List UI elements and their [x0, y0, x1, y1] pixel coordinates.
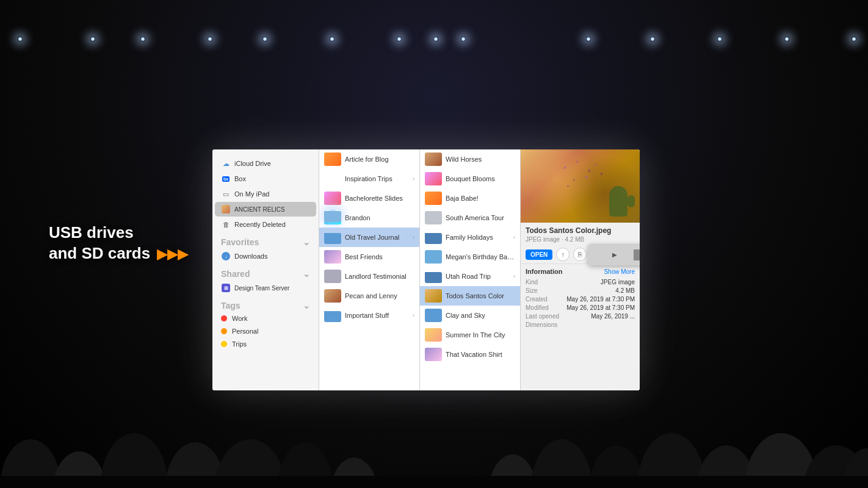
sidebar-item-on-my-ipad[interactable]: ▭ On My iPad — [215, 187, 316, 201]
annotation-line2: and SD cards ▶▶▶ — [49, 243, 188, 264]
usb-annotation: USB drives and SD cards ▶▶▶ — [49, 223, 188, 264]
file-thumbnail — [425, 250, 442, 264]
tags-section-label: Tags ⌄ — [212, 296, 319, 312]
file-thumbnail — [324, 152, 341, 166]
file-thumbnail — [324, 250, 341, 264]
audience-area — [0, 366, 868, 488]
preview-filename: Todos Santos Color.jpeg — [521, 223, 640, 236]
list-item[interactable]: Old Travel Journal › — [319, 228, 419, 247]
trash-icon: 🗑 — [221, 220, 231, 229]
list-item[interactable]: Bachelorette Slides — [319, 188, 419, 208]
sidebar-item-recently-deleted[interactable]: 🗑 Recently Deleted — [215, 217, 316, 232]
audience-silhouettes — [0, 366, 868, 488]
light-6 — [397, 37, 402, 41]
favorites-section-label: Favorites ⌄ — [212, 232, 319, 248]
box-icon: bx — [221, 174, 231, 184]
sidebar-item-trips-tag[interactable]: Trips — [215, 338, 316, 350]
open-button[interactable]: OPEN — [526, 249, 552, 260]
sidebar-item-work-tag[interactable]: Work — [215, 312, 316, 325]
sidebar-item-icloud-drive[interactable]: ☁ iCloud Drive — [215, 156, 316, 171]
light-10 — [650, 37, 655, 41]
light-1 — [140, 37, 145, 41]
sidebar-item-ancient-relics[interactable]: ANCIENT RELICS — [215, 202, 316, 217]
info-row-kind: Kind JPEG image — [526, 279, 635, 285]
copy-icon[interactable]: ⎘ — [573, 248, 587, 261]
sidebar-item-box[interactable]: bx Box — [215, 171, 316, 186]
folder-icon — [324, 309, 341, 322]
chevron-right-icon: › — [413, 312, 414, 318]
file-thumbnail — [324, 192, 341, 205]
work-tag-dot — [221, 315, 227, 321]
file-thumbnail — [425, 152, 442, 166]
info-row-dimensions: Dimensions — [526, 321, 635, 328]
files-sidebar: ☁ iCloud Drive bx Box ▭ On My iPad — [212, 149, 319, 390]
usb-drive-device: ▶ — [588, 244, 640, 265]
column-1-pane: Article for Blog Inspiration Trips › Bac… — [319, 149, 420, 390]
info-row-modified: Modified May 26, 2019 at 7:30 PM — [526, 304, 635, 311]
list-item[interactable]: Summer In The City — [420, 325, 520, 345]
folder-icon — [324, 209, 341, 222]
stage-floor — [0, 476, 868, 488]
list-item[interactable]: Pecan and Lenny — [319, 286, 419, 306]
chevron-right-icon: › — [513, 234, 515, 240]
sidebar-item-personal-tag[interactable]: Personal — [215, 325, 316, 337]
light-4 — [262, 37, 267, 41]
show-more-link[interactable]: Show More — [604, 268, 635, 275]
file-thumbnail — [425, 172, 442, 185]
preview-pane: Todos Santos Color.jpeg JPEG image · 4.2… — [521, 149, 640, 390]
list-item[interactable]: That Vacation Shirt — [420, 345, 520, 364]
sidebar-item-design-team-server[interactable]: ⊞ Design Team Server — [215, 281, 316, 295]
list-item[interactable]: Wild Horses — [420, 149, 520, 169]
info-row-size: Size 4.2 MB — [526, 287, 635, 294]
list-item[interactable]: Family Holidays › — [420, 228, 520, 247]
file-thumbnail — [324, 289, 341, 303]
list-item[interactable]: South America Tour — [420, 208, 520, 228]
stage-lights — [0, 0, 868, 134]
light-3 — [208, 37, 212, 41]
info-row-created: Created May 26, 2019 at 7:30 PM — [526, 296, 635, 303]
light-9 — [586, 37, 591, 41]
folder-icon — [324, 231, 341, 244]
list-item[interactable]: Baja Babe! — [420, 188, 520, 208]
share-icon[interactable]: ↑ — [556, 248, 570, 261]
light-13 — [852, 37, 856, 41]
svg-point-7 — [567, 185, 569, 187]
svg-point-0 — [564, 167, 566, 169]
list-item[interactable]: Clay and Sky — [420, 306, 520, 325]
stage-background: USB drives and SD cards ▶▶▶ ☁ iCloud Dri… — [0, 0, 868, 488]
list-item[interactable]: Todos Santos Color — [420, 286, 520, 306]
file-thumbnail — [425, 328, 442, 342]
sidebar-item-downloads[interactable]: ↓ Downloads — [215, 249, 316, 264]
light-7 — [433, 37, 438, 41]
file-thumbnail — [425, 289, 442, 303]
annotation-arrows: ▶▶▶ — [157, 246, 188, 264]
file-thumbnail — [425, 192, 442, 205]
light-8 — [461, 37, 466, 41]
light-14 — [18, 37, 23, 41]
annotation-line1: USB drives — [49, 223, 188, 243]
list-item[interactable]: Megan's Birthday Balloons — [420, 247, 520, 267]
file-thumbnail — [425, 211, 442, 224]
ancient-relics-icon — [221, 204, 231, 214]
list-item[interactable]: Best Friends — [319, 247, 419, 267]
info-header: Information Show More — [526, 268, 635, 275]
icloud-icon: ☁ — [221, 159, 231, 168]
chevron-right-icon: › — [413, 234, 414, 240]
light-12 — [784, 37, 789, 41]
list-item[interactable]: Article for Blog — [319, 149, 419, 169]
svg-point-3 — [573, 179, 575, 181]
column-2-pane: Wild Horses Bouquet Blooms Baja Babe! So… — [420, 149, 521, 390]
list-item[interactable]: Bouquet Blooms — [420, 169, 520, 188]
svg-point-6 — [601, 173, 603, 175]
preview-image-svg — [521, 149, 640, 223]
list-item[interactable]: Important Stuff › — [319, 306, 419, 325]
chevron-right-icon: › — [413, 176, 414, 182]
projection-screen: ☁ iCloud Drive bx Box ▭ On My iPad — [212, 149, 640, 390]
chevron-right-icon: › — [513, 273, 515, 279]
files-app: ☁ iCloud Drive bx Box ▭ On My iPad — [212, 149, 640, 390]
list-item[interactable]: Utah Road Trip › — [420, 267, 520, 286]
list-item[interactable]: Landlord Testimonial — [319, 267, 419, 286]
preview-image — [521, 149, 640, 223]
downloads-icon: ↓ — [221, 251, 231, 261]
list-item[interactable]: Inspiration Trips › — [319, 169, 419, 188]
